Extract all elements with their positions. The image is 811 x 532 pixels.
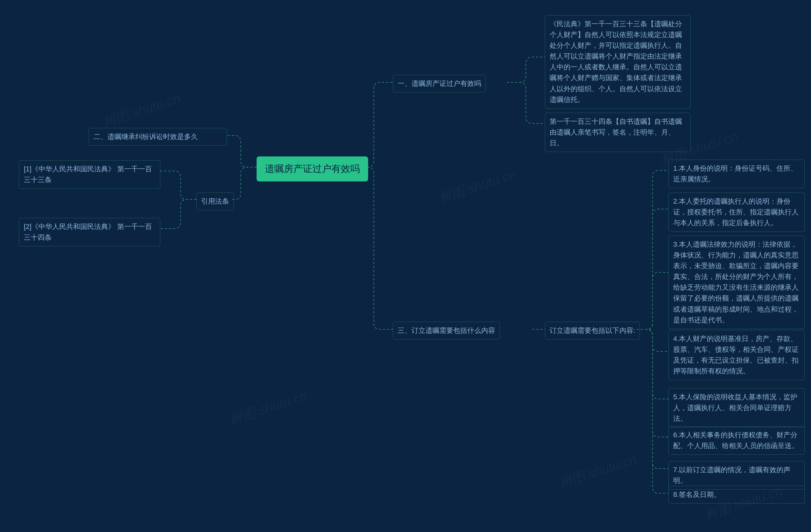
root-node[interactable]: 遗嘱房产证过户有效吗 — [257, 156, 368, 182]
leaf-node-d5[interactable]: 5.本人保险的说明收益人基本情况，监护人，遗嘱执行人、相关合同单证理赔方法。 — [669, 388, 805, 427]
leaf-node-d8[interactable]: 8.签名及日期。 — [669, 486, 805, 503]
watermark: 树图 shutu.cn — [437, 165, 519, 207]
branch-node-section1[interactable]: 一、遗嘱房产证过户有效吗 — [393, 75, 486, 92]
watermark: 树图 shutu.cn — [101, 89, 183, 131]
leaf-node-d6[interactable]: 6.本人相关事务的执行债权债务、财产分配、个人用品、给相关人员的信函呈送。 — [669, 426, 805, 455]
leaf-node-r1-2[interactable]: 第一千一百三十四条【自书遗嘱】自书遗嘱由遗嘱人亲笔书写，签名，注明年、月、日。 — [545, 113, 691, 152]
leaf-node-d7[interactable]: 7.以前订立遗嘱的情况，遗嘱有效的声明。 — [669, 461, 805, 489]
leaf-node-d4[interactable]: 4.本人财产的说明基准日，房产、存款、股票、汽车、债权等，相关合同、产权证及凭证… — [669, 330, 805, 380]
branch-node-section2[interactable]: 二、遗嘱继承纠纷诉讼时效是多久 — [89, 128, 227, 146]
leaf-node-r1-1[interactable]: 《民法典》第一千一百三十三条【遗嘱处分个人财产】自然人可以依照本法规定立遗嘱处分… — [545, 15, 691, 109]
watermark: 树图 shutu.cn — [557, 450, 639, 492]
watermark: 树图 shutu.cn — [228, 387, 309, 429]
branch-node-section3[interactable]: 三、订立遗嘱需要包括什么内容 — [393, 322, 500, 340]
leaf-node-d2[interactable]: 2.本人委托的遗嘱执行人的说明：身份证，授权委托书，住所、指定遗嘱执行人与本人的… — [669, 192, 805, 232]
leaf-node-d3[interactable]: 3.本人遗嘱法律效力的说明：法律依据，身体状况、行为能力，遗嘱人的真实意思表示，… — [669, 236, 805, 329]
branch-node-citations[interactable]: 引用法条 — [196, 192, 234, 210]
mid-node-section3[interactable]: 订立遗嘱需要包括以下内容: — [545, 322, 640, 340]
leaf-node-citation-1[interactable]: [1]《中华人民共和国民法典》 第一千一百三十三条 — [19, 160, 160, 189]
leaf-node-d1[interactable]: 1.本人身份的说明：身份证号码、住所、近亲属情况。 — [669, 160, 805, 188]
leaf-node-citation-2[interactable]: [2]《中华人民共和国民法典》 第一千一百三十四条 — [19, 218, 160, 246]
